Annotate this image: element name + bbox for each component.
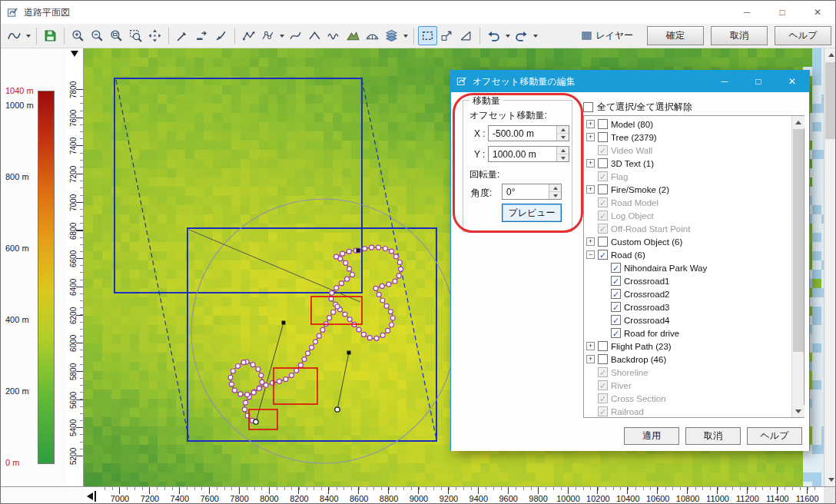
zoom-extents-button[interactable] bbox=[126, 26, 145, 45]
tree-item-checkbox[interactable] bbox=[598, 341, 608, 351]
dialog-minimize-button[interactable]: ─ bbox=[708, 71, 741, 92]
x-spin-up-button[interactable] bbox=[557, 126, 569, 134]
tree-item-checkbox[interactable] bbox=[598, 354, 608, 364]
tree-item-checkbox[interactable]: ✓ bbox=[611, 276, 621, 286]
select-all-row[interactable]: 全て選択/全て選択解除 bbox=[583, 101, 692, 114]
curve-button[interactable] bbox=[286, 26, 305, 45]
y-spin-down-button[interactable] bbox=[557, 154, 569, 161]
maximize-button[interactable]: □ bbox=[765, 1, 800, 24]
tree-item[interactable]: +Custom Object (6) bbox=[586, 235, 791, 248]
tree-item-checkbox[interactable]: ✓ bbox=[611, 315, 621, 325]
expand-plus-icon[interactable]: + bbox=[586, 237, 595, 246]
collapse-minus-icon[interactable]: − bbox=[586, 250, 595, 259]
polyline-button[interactable] bbox=[239, 26, 258, 45]
slope-edit-button[interactable] bbox=[173, 26, 192, 45]
scroll-up-button[interactable] bbox=[824, 48, 836, 61]
tree-item[interactable]: ✓Nihondaira Park Way bbox=[586, 261, 791, 274]
zoom-window-button[interactable] bbox=[107, 26, 126, 45]
tree-scroll-down-button[interactable] bbox=[792, 405, 804, 417]
tree-item[interactable]: ✓Video Wall bbox=[586, 144, 791, 157]
undo-button[interactable] bbox=[484, 26, 503, 45]
tree-item[interactable]: ✓Cross Section bbox=[586, 392, 791, 405]
tree-scrollbar[interactable] bbox=[791, 116, 804, 417]
zoom-out-button[interactable] bbox=[88, 26, 107, 45]
tree-scroll-thumb[interactable] bbox=[793, 129, 804, 352]
save-button[interactable] bbox=[41, 26, 60, 45]
minimize-button[interactable]: ─ bbox=[729, 1, 765, 24]
offset-y-input[interactable]: 1000.00 m bbox=[488, 146, 569, 162]
zoom-in-button[interactable] bbox=[68, 26, 88, 45]
tree-item-checkbox[interactable] bbox=[598, 132, 608, 142]
offset-y-value[interactable]: 1000.00 m bbox=[489, 147, 556, 161]
tree-item-checkbox[interactable]: ✓ bbox=[611, 328, 621, 338]
tree-item[interactable]: −✓Road (6) bbox=[586, 248, 791, 261]
tree-item[interactable]: ✓Road Model bbox=[586, 196, 791, 209]
tree-item-checkbox[interactable]: ✓ bbox=[598, 250, 608, 260]
offset-x-value[interactable]: -500.00 m bbox=[489, 126, 556, 141]
toolbar-help-button[interactable]: ヘルプ bbox=[775, 26, 831, 45]
layer-button[interactable]: レイヤー bbox=[574, 26, 640, 45]
undo-dropdown[interactable] bbox=[503, 26, 512, 45]
tree-item[interactable]: ✓Railroad bbox=[586, 405, 791, 417]
expand-plus-icon[interactable]: + bbox=[586, 159, 595, 167]
peak-button[interactable] bbox=[305, 26, 324, 45]
select-rect-button[interactable] bbox=[418, 26, 437, 45]
angle-spin-up-button[interactable] bbox=[549, 184, 561, 192]
angle-value[interactable]: 0° bbox=[503, 184, 549, 199]
tree-item-checkbox[interactable] bbox=[598, 119, 608, 129]
tree-item-checkbox[interactable] bbox=[598, 158, 608, 168]
dialog-titlebar[interactable]: オフセット移動量の編集 ─ □ ✕ bbox=[451, 71, 809, 92]
angle-spin-down-button[interactable] bbox=[549, 192, 561, 199]
node-edit-button[interactable] bbox=[258, 26, 277, 45]
angle-input[interactable]: 0° bbox=[502, 184, 562, 200]
wave-button[interactable] bbox=[324, 26, 343, 45]
dialog-close-button[interactable]: ✕ bbox=[775, 71, 809, 92]
select-all-checkbox[interactable] bbox=[583, 102, 593, 112]
dialog-cancel-button[interactable]: 取消 bbox=[685, 427, 741, 445]
confirm-button[interactable]: 確定 bbox=[647, 26, 704, 45]
dialog-help-button[interactable]: ヘルプ bbox=[747, 427, 802, 445]
expand-plus-icon[interactable]: + bbox=[586, 133, 595, 141]
vertical-scrollbar[interactable] bbox=[824, 48, 836, 486]
tree-item[interactable]: ✓Crossroad3 bbox=[586, 300, 791, 313]
tree-item-checkbox[interactable]: ✓ bbox=[611, 289, 621, 299]
expand-plus-icon[interactable]: + bbox=[586, 342, 595, 350]
tree-item[interactable]: +Backdrop (46) bbox=[586, 353, 791, 366]
tree-item[interactable]: ✓Flag bbox=[586, 170, 791, 183]
tree-scroll-up-button[interactable] bbox=[792, 116, 804, 128]
tree-item[interactable]: +Model (80) bbox=[586, 118, 791, 131]
expand-plus-icon[interactable]: + bbox=[586, 120, 595, 128]
transform-object-button[interactable] bbox=[437, 26, 456, 45]
object-tree[interactable]: +Model (80)+Tree (2379)✓Video Wall+3D Te… bbox=[583, 115, 804, 418]
toolbar-cancel-button[interactable]: 取消 bbox=[711, 26, 768, 45]
tree-item-checkbox[interactable] bbox=[598, 237, 608, 247]
expand-plus-icon[interactable]: + bbox=[586, 355, 595, 363]
road-cut-button[interactable] bbox=[211, 26, 231, 45]
tree-item[interactable]: ✓River bbox=[586, 379, 791, 392]
redo-button[interactable] bbox=[512, 26, 531, 45]
tree-item[interactable]: ✓Log Object bbox=[586, 209, 791, 222]
x-spin-down-button[interactable] bbox=[557, 134, 569, 141]
tree-item[interactable]: +Flight Path (23) bbox=[586, 340, 791, 353]
pan-button[interactable] bbox=[145, 26, 164, 45]
tree-item[interactable]: ✓Crossroad4 bbox=[586, 313, 791, 327]
close-button[interactable]: ✕ bbox=[800, 1, 835, 24]
ruler-origin-marker-icon[interactable] bbox=[71, 51, 78, 57]
profile-tool-button[interactable] bbox=[5, 26, 24, 45]
y-spin-up-button[interactable] bbox=[557, 147, 569, 154]
tree-item[interactable]: ✓Shoreline bbox=[586, 366, 791, 379]
tree-item[interactable]: ✓Road for drive bbox=[586, 327, 791, 340]
tree-item[interactable]: +Fire/Smoke (2) bbox=[586, 183, 791, 196]
slope-tool-button[interactable] bbox=[456, 26, 476, 45]
terrain-layers-dropdown[interactable] bbox=[401, 26, 410, 45]
dialog-maximize-button[interactable]: □ bbox=[741, 71, 775, 92]
tree-item-checkbox[interactable]: ✓ bbox=[611, 263, 621, 273]
mountain-button[interactable] bbox=[343, 26, 363, 45]
ruler-left-marker-icon[interactable] bbox=[87, 492, 93, 500]
terrain-layers-button[interactable] bbox=[382, 26, 401, 45]
tree-item-checkbox[interactable] bbox=[598, 184, 608, 194]
tree-item[interactable]: +3D Text (1) bbox=[586, 157, 791, 170]
scroll-down-button[interactable] bbox=[824, 473, 836, 486]
tree-item[interactable]: ✓Crossroad2 bbox=[586, 287, 791, 300]
bridge-button[interactable] bbox=[363, 26, 382, 45]
